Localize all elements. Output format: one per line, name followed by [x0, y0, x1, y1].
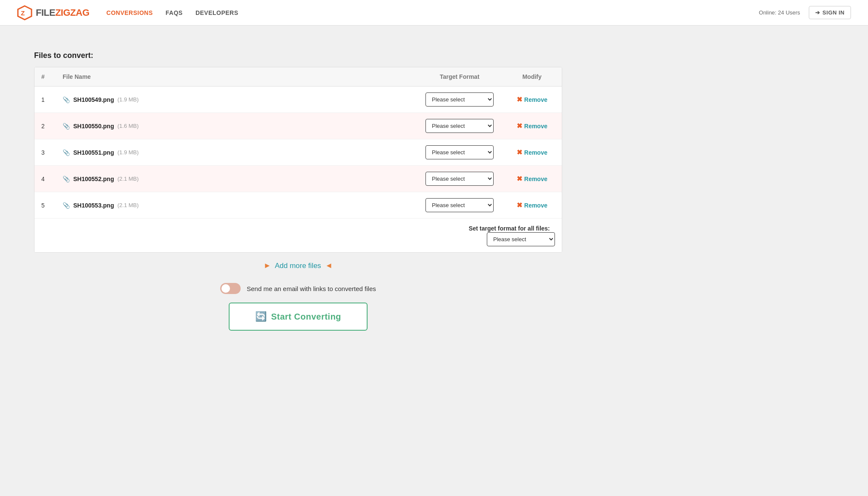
format-select-2[interactable]: Please select [425, 119, 494, 133]
filename-text: SH100549.png [73, 96, 114, 103]
row-filename: 📎 SH100552.png (2.1 MB) [56, 166, 417, 192]
set-all-row: Set target format for all files: Please … [34, 219, 562, 253]
svg-text:Z: Z [21, 9, 25, 17]
sign-in-button[interactable]: ➔ SIGN IN [809, 6, 851, 19]
toggle-slider [220, 283, 241, 294]
remove-button-4[interactable]: ✖ Remove [517, 175, 547, 183]
convert-icon: 🔄 [255, 311, 267, 322]
format-select-4[interactable]: Please select [425, 172, 494, 186]
sign-in-icon: ➔ [815, 9, 820, 16]
row-remove-cell: ✖ Remove [502, 192, 562, 219]
row-remove-cell: ✖ Remove [502, 166, 562, 192]
row-remove-cell: ✖ Remove [502, 87, 562, 113]
email-toggle[interactable] [220, 283, 241, 294]
main-nav: CONVERSIONS FAQs DEVELOPERS [106, 9, 239, 16]
remove-label: Remove [524, 96, 547, 103]
remove-label: Remove [524, 149, 547, 156]
add-more-section: ► Add more files ◄ [34, 261, 562, 270]
filename-text: SH100551.png [73, 149, 114, 156]
main-content: Files to convert: # File Name Target For… [0, 26, 596, 348]
row-format-cell: Please select [417, 113, 502, 139]
col-header-modify: Modify [502, 67, 562, 87]
table-row: 2 📎 SH100550.png (1.6 MB) Please select … [34, 113, 562, 139]
filename-text: SH100553.png [73, 202, 114, 209]
file-size: (2.1 MB) [118, 176, 139, 182]
email-section: Send me an email with links to converted… [34, 283, 562, 294]
table-header-row: # File Name Target Format Modify [34, 67, 562, 87]
row-format-cell: Please select [417, 139, 502, 166]
header-right: Online: 24 Users ➔ SIGN IN [759, 6, 851, 19]
logo[interactable]: Z FILEZIGZAG [17, 5, 89, 20]
convert-section: 🔄 Start Converting [34, 303, 562, 331]
remove-x-icon: ✖ [517, 201, 522, 209]
filename-text: SH100552.png [73, 176, 114, 182]
remove-x-icon: ✖ [517, 95, 522, 104]
file-size: (2.1 MB) [118, 202, 139, 208]
email-label: Send me an email with links to converted… [247, 285, 376, 292]
file-size: (1.9 MB) [118, 149, 139, 156]
format-select-3[interactable]: Please select [425, 145, 494, 159]
add-more-link[interactable]: ► Add more files ◄ [264, 262, 333, 270]
remove-button-3[interactable]: ✖ Remove [517, 148, 547, 156]
remove-x-icon: ✖ [517, 148, 522, 156]
set-all-select[interactable]: Please select [487, 232, 555, 246]
row-format-cell: Please select [417, 87, 502, 113]
files-table-container: # File Name Target Format Modify 1 📎 SH1… [34, 67, 562, 253]
remove-button-2[interactable]: ✖ Remove [517, 122, 547, 130]
nav-conversions[interactable]: CONVERSIONS [106, 9, 153, 16]
row-index: 2 [34, 113, 56, 139]
files-table: # File Name Target Format Modify 1 📎 SH1… [34, 67, 562, 252]
paperclip-icon: 📎 [63, 202, 70, 209]
remove-label: Remove [524, 123, 547, 130]
header: Z FILEZIGZAG CONVERSIONS FAQs DEVELOPERS… [0, 0, 868, 26]
left-arrow-icon: ► [264, 261, 271, 270]
paperclip-icon: 📎 [63, 123, 70, 130]
table-row: 1 📎 SH100549.png (1.9 MB) Please select … [34, 87, 562, 113]
format-select-1[interactable]: Please select [425, 92, 494, 107]
right-arrow-icon: ◄ [325, 261, 333, 270]
convert-label: Start Converting [271, 312, 341, 322]
paperclip-icon: 📎 [63, 149, 70, 156]
nav-faqs[interactable]: FAQs [166, 9, 183, 16]
table-row: 5 📎 SH100553.png (2.1 MB) Please select … [34, 192, 562, 219]
nav-developers[interactable]: DEVELOPERS [195, 9, 239, 16]
row-index: 3 [34, 139, 56, 166]
col-header-format: Target Format [417, 67, 502, 87]
row-remove-cell: ✖ Remove [502, 113, 562, 139]
paperclip-icon: 📎 [63, 96, 70, 103]
row-index: 1 [34, 87, 56, 113]
add-more-label: Add more files [275, 262, 321, 270]
files-title: Files to convert: [34, 51, 562, 60]
row-format-cell: Please select [417, 192, 502, 219]
header-left: Z FILEZIGZAG CONVERSIONS FAQs DEVELOPERS [17, 5, 239, 20]
row-filename: 📎 SH100550.png (1.6 MB) [56, 113, 417, 139]
row-filename: 📎 SH100551.png (1.9 MB) [56, 139, 417, 166]
row-filename: 📎 SH100553.png (2.1 MB) [56, 192, 417, 219]
row-index: 4 [34, 166, 56, 192]
remove-label: Remove [524, 176, 547, 182]
col-header-hash: # [34, 67, 56, 87]
format-select-5[interactable]: Please select [425, 198, 494, 212]
row-remove-cell: ✖ Remove [502, 139, 562, 166]
sign-in-label: SIGN IN [822, 9, 845, 16]
online-users: Online: 24 Users [759, 9, 800, 16]
paperclip-icon: 📎 [63, 176, 70, 182]
col-header-filename: File Name [56, 67, 417, 87]
row-format-cell: Please select [417, 166, 502, 192]
start-converting-button[interactable]: 🔄 Start Converting [229, 303, 368, 331]
set-all-label: Set target format for all files: [468, 225, 550, 232]
file-size: (1.9 MB) [118, 96, 139, 103]
table-row: 3 📎 SH100551.png (1.9 MB) Please select … [34, 139, 562, 166]
filename-text: SH100550.png [73, 123, 114, 130]
remove-x-icon: ✖ [517, 175, 522, 183]
row-index: 5 [34, 192, 56, 219]
remove-label: Remove [524, 202, 547, 209]
remove-button-1[interactable]: ✖ Remove [517, 95, 547, 104]
remove-button-5[interactable]: ✖ Remove [517, 201, 547, 209]
remove-x-icon: ✖ [517, 122, 522, 130]
file-size: (1.6 MB) [118, 123, 139, 129]
table-row: 4 📎 SH100552.png (2.1 MB) Please select … [34, 166, 562, 192]
row-filename: 📎 SH100549.png (1.9 MB) [56, 87, 417, 113]
logo-text: FILEZIGZAG [36, 7, 89, 18]
logo-icon: Z [17, 5, 32, 20]
